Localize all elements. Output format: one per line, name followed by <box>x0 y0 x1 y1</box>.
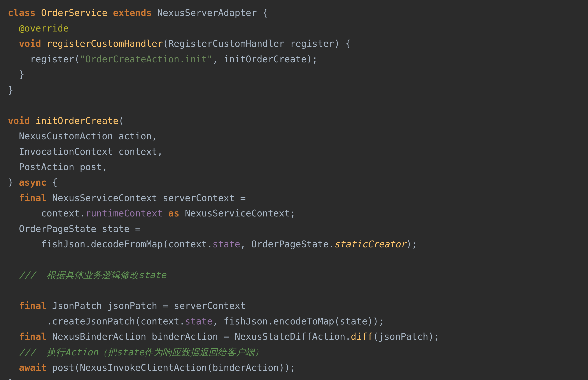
code-line[interactable]: OrderPageState state = <box>8 224 141 234</box>
code-token <box>163 208 168 219</box>
code-line[interactable]: InvocationContext context, <box>8 146 163 157</box>
code-token: diff <box>351 331 373 342</box>
code-editor[interactable]: class OrderService extends NexusServerAd… <box>0 0 588 380</box>
code-line[interactable]: /// 根据具体业务逻辑修改state <box>8 270 166 280</box>
code-token: class <box>8 7 36 18</box>
code-line[interactable]: PostAction post, <box>8 162 107 172</box>
code-line[interactable]: register("OrderCreateAction.init", initO… <box>8 54 318 64</box>
code-token: NexusBinderAction binderAction = NexusSt… <box>47 331 351 342</box>
code-line[interactable]: /// 执行Action（把state作为响应数据返回给客户端） <box>8 347 264 358</box>
code-line[interactable]: ) async { <box>8 177 58 188</box>
code-token: , fishJson.encodeToMap(state)); <box>213 316 384 327</box>
code-token: final <box>19 193 47 203</box>
code-token: OrderService <box>41 7 107 18</box>
code-token <box>8 193 19 203</box>
code-token: , initOrderCreate); <box>213 54 318 64</box>
code-token: OrderPageState state = <box>8 224 141 234</box>
code-token: extends <box>113 7 152 18</box>
code-token: void <box>19 38 41 49</box>
code-token: { <box>257 7 268 18</box>
code-token: post(NexusInvokeClientAction(binderActio… <box>47 362 295 373</box>
code-line[interactable]: class OrderService extends NexusServerAd… <box>8 7 268 18</box>
code-token: as <box>168 208 179 219</box>
code-token: ); <box>406 239 417 249</box>
code-token: ( <box>118 115 124 126</box>
code-line[interactable]: @override <box>8 23 69 34</box>
code-token <box>30 115 36 126</box>
code-token: void <box>8 115 30 126</box>
code-token: registerCustomHandler <box>47 38 163 49</box>
code-token: state <box>213 239 240 249</box>
code-line[interactable]: .createJsonPatch(context.state, fishJson… <box>8 316 384 327</box>
code-token: staticCreator <box>334 239 406 249</box>
code-token: } <box>8 378 13 380</box>
code-token: ) <box>8 177 19 188</box>
code-line[interactable]: NexusCustomAction action, <box>8 131 157 141</box>
code-token <box>8 38 19 49</box>
code-token: context. <box>8 208 85 219</box>
code-token: , OrderPageState. <box>240 239 334 249</box>
code-token: JsonPatch jsonPatch = serverContext <box>47 300 246 311</box>
code-token: fishJson.decodeFromMap(context. <box>8 239 213 249</box>
code-line[interactable]: void registerCustomHandler(RegisterCusto… <box>8 38 351 49</box>
code-token <box>8 362 19 373</box>
code-line[interactable]: } <box>8 85 13 95</box>
code-token: @override <box>19 23 69 34</box>
code-token: register( <box>8 54 80 64</box>
code-token <box>41 38 47 49</box>
code-token <box>8 331 19 342</box>
code-line[interactable]: final NexusBinderAction binderAction = N… <box>8 331 439 342</box>
code-token: PostAction post, <box>8 162 107 172</box>
code-token: NexusServiceContext; <box>179 208 295 219</box>
code-line[interactable]: final JsonPatch jsonPatch = serverContex… <box>8 300 246 311</box>
code-token: state <box>185 316 212 327</box>
code-token: await <box>19 362 47 373</box>
code-token: async <box>19 177 47 188</box>
code-line[interactable]: } <box>8 69 24 80</box>
code-token: runtimeContext <box>85 208 163 219</box>
code-token: (RegisterCustomHandler register) { <box>163 38 351 49</box>
code-token <box>8 23 19 34</box>
code-token: (jsonPatch); <box>373 331 439 342</box>
code-token: InvocationContext context, <box>8 146 163 157</box>
code-token <box>8 300 19 311</box>
code-token: .createJsonPatch(context. <box>8 316 185 327</box>
code-token: } <box>8 85 13 95</box>
code-token: final <box>19 331 47 342</box>
code-token <box>107 7 113 18</box>
code-line[interactable]: fishJson.decodeFromMap(context.state, Or… <box>8 239 417 249</box>
code-token: NexusServiceContext serverContext = <box>47 193 246 203</box>
code-token: final <box>19 300 47 311</box>
code-line[interactable]: await post(NexusInvokeClientAction(binde… <box>8 362 295 373</box>
code-line[interactable]: } <box>8 378 13 380</box>
code-line[interactable]: context.runtimeContext as NexusServiceCo… <box>8 208 295 219</box>
code-token <box>8 270 19 280</box>
code-token: /// 执行Action（把state作为响应数据返回给客户端） <box>19 347 264 358</box>
code-token: /// 根据具体业务逻辑修改state <box>19 270 166 280</box>
code-token: { <box>47 177 58 188</box>
code-token: NexusCustomAction action, <box>8 131 157 141</box>
code-token: "OrderCreateAction.init" <box>80 54 213 64</box>
code-token: initOrderCreate <box>36 115 118 126</box>
code-line[interactable]: final NexusServiceContext serverContext … <box>8 193 246 203</box>
code-token: } <box>8 69 24 80</box>
code-token <box>36 7 41 18</box>
code-line[interactable]: void initOrderCreate( <box>8 115 124 126</box>
code-token <box>152 7 157 18</box>
code-token <box>8 347 19 358</box>
code-token: NexusServerAdapter <box>157 7 257 18</box>
